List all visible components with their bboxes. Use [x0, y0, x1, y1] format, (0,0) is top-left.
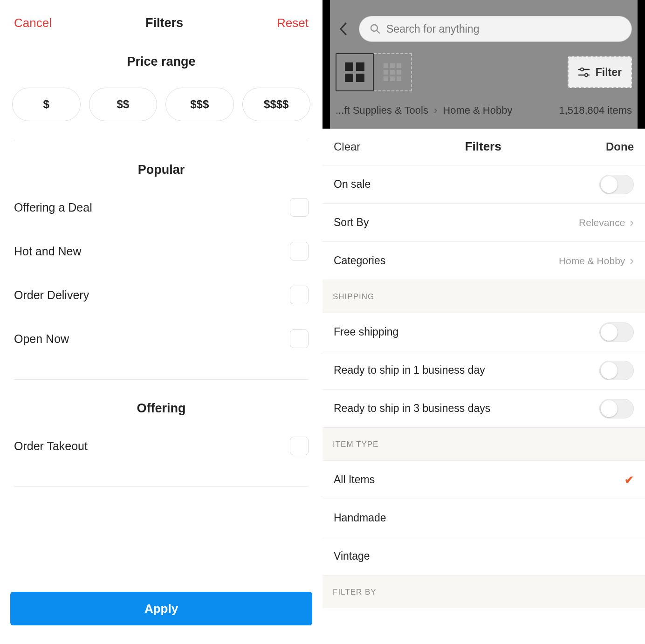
search-row: Search for anything	[336, 16, 632, 42]
item-type-handmade[interactable]: Handmade	[322, 499, 645, 537]
toggle[interactable]	[599, 361, 634, 380]
price-option-1[interactable]: $	[12, 88, 81, 121]
filter-row-label: Ready to ship in 3 business days	[334, 402, 490, 415]
filter-button[interactable]: Filter	[568, 56, 632, 88]
popular-row[interactable]: Hot and New	[14, 229, 309, 273]
item-count: 1,518,804 items	[559, 104, 632, 116]
apply-button[interactable]: Apply	[10, 592, 312, 625]
cancel-button[interactable]: Cancel	[14, 16, 52, 30]
offering-row-label: Order Takeout	[14, 439, 88, 453]
filter-row-label: Ready to ship in 1 business day	[334, 364, 485, 377]
price-range-section: Price range $ $$ $$$ $$$$	[0, 39, 322, 141]
breadcrumb-prefix: ...ft Supplies & Tools	[336, 104, 428, 116]
price-option-2[interactable]: $$	[89, 88, 158, 121]
filter-row-value: Relevance	[579, 217, 625, 228]
sheet-header: Clear Filters Done	[322, 129, 645, 165]
dimmed-background: Search for anything	[322, 0, 645, 129]
filter-row-ship-1-day[interactable]: Ready to ship in 1 business day	[322, 351, 645, 390]
filter-row-on-sale[interactable]: On sale	[322, 165, 645, 204]
filter-row-ship-3-days[interactable]: Ready to ship in 3 business days	[322, 390, 645, 428]
filter-sheet: Clear Filters Done On sale Sort By Relev…	[322, 129, 645, 644]
item-type-all[interactable]: All Items ✔	[322, 461, 645, 499]
checkbox[interactable]	[290, 198, 309, 217]
clear-button[interactable]: Clear	[334, 140, 360, 153]
grid-large-button[interactable]	[336, 53, 374, 91]
checkbox[interactable]	[290, 286, 309, 304]
filter-button-label: Filter	[596, 66, 622, 79]
breadcrumb[interactable]: ...ft Supplies & Tools › Home & Hobby	[336, 104, 512, 116]
breadcrumb-current: Home & Hobby	[443, 104, 512, 116]
chevron-right-icon: ›	[630, 253, 634, 268]
search-icon	[370, 23, 381, 34]
offering-title: Offering	[14, 401, 309, 416]
filter-row-value: Home & Hobby	[559, 255, 625, 267]
filter-row-label: Free shipping	[334, 326, 398, 338]
sheet-title: Filters	[465, 139, 501, 154]
chevron-left-icon	[338, 22, 349, 36]
checkbox[interactable]	[290, 329, 309, 348]
group-header-item-type: ITEM TYPE	[322, 428, 645, 461]
grid-2x2-icon	[345, 62, 364, 82]
price-option-3[interactable]: $$$	[165, 88, 234, 121]
toggle[interactable]	[599, 175, 634, 194]
done-button[interactable]: Done	[606, 140, 634, 153]
checkbox[interactable]	[290, 242, 309, 260]
modal-title: Filters	[145, 16, 183, 30]
breadcrumb-row: ...ft Supplies & Tools › Home & Hobby 1,…	[336, 104, 632, 118]
price-options: $ $$ $$$ $$$$	[12, 88, 310, 121]
svg-point-3	[581, 68, 583, 71]
reset-button[interactable]: Reset	[277, 16, 309, 30]
popular-row[interactable]: Order Delivery	[14, 273, 309, 317]
view-toggle	[336, 53, 412, 91]
popular-row-label: Hot and New	[14, 245, 82, 258]
popular-row[interactable]: Open Now	[14, 317, 309, 361]
toggle[interactable]	[599, 399, 634, 418]
filter-row-free-shipping[interactable]: Free shipping	[322, 313, 645, 351]
chevron-right-icon: ›	[630, 215, 634, 230]
filter-row-label: All Items	[334, 473, 375, 486]
filter-row-label: On sale	[334, 178, 371, 191]
checkbox[interactable]	[290, 437, 309, 455]
toggle[interactable]	[599, 322, 634, 342]
popular-row-label: Open Now	[14, 332, 69, 346]
offering-row[interactable]: Order Takeout	[14, 424, 309, 468]
group-header-shipping: SHIPPING	[322, 280, 645, 313]
filter-row-label: Sort By	[334, 216, 369, 229]
toolbar: Filter	[336, 53, 632, 91]
grid-small-button[interactable]	[374, 53, 412, 91]
popular-title: Popular	[14, 163, 309, 177]
check-icon: ✔	[624, 473, 634, 486]
svg-point-5	[585, 74, 588, 76]
filter-row-label: Vintage	[334, 550, 370, 562]
popular-row-label: Order Delivery	[14, 288, 89, 302]
popular-row-label: Offering a Deal	[14, 201, 92, 214]
modal-header: Cancel Filters Reset	[0, 0, 322, 39]
price-range-title: Price range	[12, 55, 310, 69]
price-option-4[interactable]: $$$$	[242, 88, 311, 121]
filter-row-label: Handmade	[334, 512, 386, 524]
search-placeholder: Search for anything	[386, 23, 479, 35]
filter-row-sort-by[interactable]: Sort By Relevance ›	[322, 204, 645, 242]
offering-section: Offering Order Takeout	[0, 380, 322, 486]
yelp-filters-screen: Cancel Filters Reset Price range $ $$ $$…	[0, 0, 322, 644]
popular-section: Popular Offering a Deal Hot and New Orde…	[0, 141, 322, 379]
popular-row[interactable]: Offering a Deal	[14, 185, 309, 229]
group-header-filter-by: FILTER BY	[322, 575, 645, 608]
back-button[interactable]	[336, 21, 351, 37]
filter-row-categories[interactable]: Categories Home & Hobby ›	[322, 242, 645, 280]
search-input[interactable]: Search for anything	[359, 16, 632, 42]
chevron-right-icon: ›	[434, 104, 437, 116]
grid-3x3-icon	[384, 63, 401, 81]
filter-row-label: Categories	[334, 254, 385, 267]
etsy-filters-screen: Search for anything	[322, 0, 645, 644]
sliders-icon	[578, 67, 590, 77]
svg-line-1	[377, 31, 380, 34]
item-type-vintage[interactable]: Vintage	[322, 537, 645, 575]
